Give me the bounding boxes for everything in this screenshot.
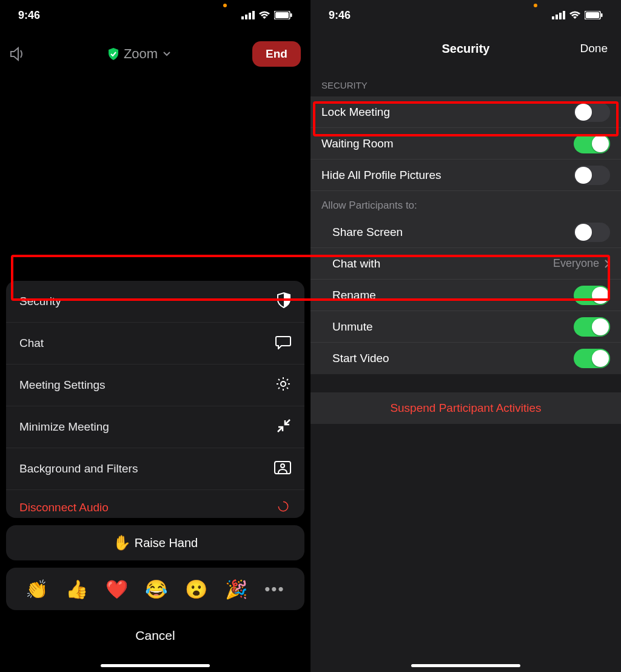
security-header: Security Done <box>310 30 621 67</box>
svg-rect-0 <box>241 16 244 19</box>
menu-label: Security <box>19 295 61 308</box>
svg-rect-5 <box>275 12 289 18</box>
end-meeting-button[interactable]: End <box>252 41 301 67</box>
home-indicator[interactable] <box>101 664 210 667</box>
page-title: Security <box>442 42 490 56</box>
row-label: Unmute <box>332 320 373 334</box>
row-label: Share Screen <box>332 226 403 239</box>
svg-rect-3 <box>252 11 255 19</box>
raise-hand-button[interactable]: ✋ Raise Hand <box>6 525 304 560</box>
shield-icon <box>277 292 291 311</box>
status-indicators <box>552 11 603 19</box>
status-time: 9:46 <box>329 9 351 22</box>
menu-label: Meeting Settings <box>19 378 106 392</box>
toggle-hide-pictures[interactable] <box>574 166 610 185</box>
row-lock-meeting[interactable]: Lock Meeting <box>310 96 621 128</box>
row-start-video[interactable]: Start Video <box>310 343 621 374</box>
done-button[interactable]: Done <box>580 42 608 55</box>
toggle-unmute[interactable] <box>574 317 610 337</box>
menu-item-chat[interactable]: Chat <box>6 323 304 365</box>
row-waiting-room[interactable]: Waiting Room <box>310 128 621 160</box>
menu-label: Disconnect Audio <box>19 501 109 514</box>
audio-disconnect-icon <box>275 500 291 516</box>
row-label: Chat with <box>332 257 380 270</box>
svg-point-7 <box>281 381 286 386</box>
reactions-bar: 👏 👍 ❤️ 😂 😮 🎉 ••• <box>6 568 304 610</box>
svg-point-9 <box>281 464 284 468</box>
wifi-icon <box>569 11 581 19</box>
recording-indicator-dot <box>534 4 537 7</box>
toggle-start-video[interactable] <box>574 349 610 368</box>
svg-rect-1 <box>245 15 247 19</box>
row-label: Hide All Profile Pictures <box>321 169 441 182</box>
menu-label: Chat <box>19 337 44 350</box>
status-indicators <box>241 11 292 19</box>
section-header-security: SECURITY <box>310 67 621 96</box>
row-label: Rename <box>332 289 376 302</box>
status-time: 9:46 <box>18 9 40 22</box>
raised-hand-icon: ✋ <box>113 534 131 551</box>
more-actions-sheet: Security Chat Meeting Settings Minimize … <box>6 281 304 654</box>
reactions-more-icon[interactable]: ••• <box>264 580 284 599</box>
status-bar: 9:46 <box>0 0 310 30</box>
svg-rect-16 <box>601 13 603 17</box>
svg-rect-11 <box>556 15 558 19</box>
chat-bubble-icon <box>275 335 291 352</box>
gear-icon <box>275 376 291 395</box>
menu-item-meeting-settings[interactable]: Meeting Settings <box>6 365 304 406</box>
home-indicator[interactable] <box>411 664 520 667</box>
allow-participants-label: Allow Participants to: <box>310 191 621 217</box>
reaction-thumbs-up[interactable]: 👍 <box>65 579 88 600</box>
row-hide-profile-pictures[interactable]: Hide All Profile Pictures <box>310 160 621 191</box>
wifi-icon <box>258 11 270 19</box>
speaker-icon[interactable] <box>10 47 27 61</box>
menu-label: Background and Filters <box>19 462 138 475</box>
battery-icon <box>274 11 292 19</box>
reaction-party[interactable]: 🎉 <box>225 579 247 600</box>
more-menu-list: Security Chat Meeting Settings Minimize … <box>6 281 304 518</box>
svg-rect-10 <box>552 16 554 19</box>
reaction-wow[interactable]: 😮 <box>185 579 207 600</box>
status-bar: 9:46 <box>310 0 621 30</box>
menu-item-security[interactable]: Security <box>6 281 304 323</box>
svg-rect-15 <box>586 12 599 18</box>
person-frame-icon <box>274 461 291 477</box>
menu-item-background-filters[interactable]: Background and Filters <box>6 448 304 490</box>
toggle-waiting-room[interactable] <box>574 134 610 153</box>
suspend-activities-button[interactable]: Suspend Participant Activities <box>310 392 621 424</box>
row-label: Lock Meeting <box>321 106 390 119</box>
cellular-icon <box>552 11 565 19</box>
toggle-lock-meeting[interactable] <box>574 102 610 122</box>
row-label: Waiting Room <box>321 137 394 150</box>
reaction-heart[interactable]: ❤️ <box>106 579 128 600</box>
reaction-clap[interactable]: 👏 <box>25 579 48 600</box>
zoom-meeting-header: Zoom End <box>0 30 310 78</box>
toggle-share-screen[interactable] <box>574 223 610 242</box>
cancel-button[interactable]: Cancel <box>6 617 304 654</box>
row-share-screen[interactable]: Share Screen <box>310 217 621 248</box>
meeting-title-text: Zoom <box>124 46 158 62</box>
menu-item-disconnect-audio[interactable]: Disconnect Audio <box>6 490 304 518</box>
screen-security-settings: 9:46 Security Done SECURITY Lock Meeting… <box>310 0 621 672</box>
recording-indicator-dot <box>223 4 227 7</box>
raise-hand-label: Raise Hand <box>135 536 198 550</box>
cellular-icon <box>241 11 255 19</box>
security-toggles-group: Lock Meeting Waiting Room Hide All Profi… <box>310 96 621 374</box>
toggle-rename[interactable] <box>574 286 610 305</box>
row-unmute[interactable]: Unmute <box>310 311 621 343</box>
chevron-down-icon <box>163 51 171 57</box>
svg-rect-13 <box>563 11 565 19</box>
minimize-icon <box>277 418 291 436</box>
row-rename[interactable]: Rename <box>310 280 621 311</box>
screen-zoom-more-menu: 9:46 Zoom End Security Chat <box>0 0 310 672</box>
svg-rect-6 <box>290 13 292 17</box>
chevron-right-icon <box>604 259 610 269</box>
battery-icon <box>585 11 603 19</box>
reaction-laugh[interactable]: 😂 <box>145 579 167 600</box>
row-chat-with[interactable]: Chat with Everyone <box>310 248 621 280</box>
menu-item-minimize[interactable]: Minimize Meeting <box>6 406 304 448</box>
shield-check-icon <box>108 48 119 60</box>
meeting-title[interactable]: Zoom <box>108 46 171 62</box>
svg-rect-12 <box>559 13 562 19</box>
row-label: Start Video <box>332 352 389 365</box>
